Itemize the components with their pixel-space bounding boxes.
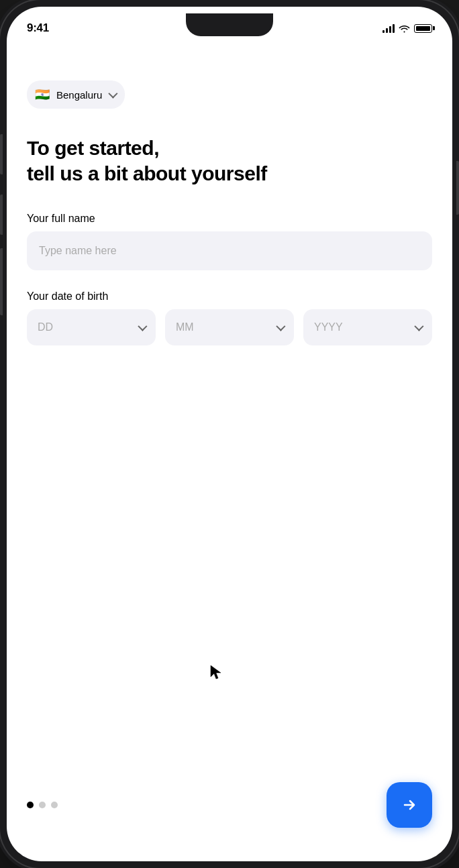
power-button[interactable]: [456, 161, 459, 215]
screen-content: 🇮🇳 Bengaluru To get started, tell us a b…: [7, 40, 452, 861]
full-name-section: Your full name: [27, 213, 432, 270]
month-placeholder: MM: [176, 321, 194, 333]
location-city-label: Bengaluru: [56, 89, 102, 101]
india-flag-icon: 🇮🇳: [34, 86, 51, 103]
pagination-dot-3: [51, 802, 58, 808]
battery-icon: [414, 24, 432, 33]
full-name-label: Your full name: [27, 213, 432, 225]
day-dropdown[interactable]: DD: [27, 309, 156, 345]
day-chevron-icon: [138, 322, 147, 331]
mute-switch[interactable]: [0, 248, 3, 315]
location-picker[interactable]: 🇮🇳 Bengaluru: [27, 80, 125, 109]
month-chevron-icon: [276, 322, 285, 331]
signal-icon: [382, 24, 395, 33]
chevron-down-icon: [109, 89, 118, 99]
volume-down-button[interactable]: [0, 195, 3, 235]
full-name-input[interactable]: [27, 231, 432, 270]
arrow-right-icon: [401, 797, 417, 813]
phone-frame: 9:41: [0, 0, 459, 868]
notch: [186, 13, 273, 36]
month-dropdown[interactable]: MM: [165, 309, 294, 345]
wifi-icon: [399, 24, 410, 33]
spacer: [27, 366, 432, 782]
volume-up-button[interactable]: [0, 134, 3, 174]
pagination-dot-2: [39, 802, 46, 808]
year-dropdown[interactable]: YYYY: [303, 309, 432, 345]
pagination-dots: [27, 802, 58, 808]
year-placeholder: YYYY: [314, 321, 343, 333]
day-placeholder: DD: [38, 321, 53, 333]
year-chevron-icon: [414, 322, 423, 331]
headline-line1: To get started,: [27, 135, 432, 161]
status-time: 9:41: [27, 21, 49, 35]
date-of-birth-label: Your date of birth: [27, 290, 432, 303]
next-button[interactable]: [387, 782, 432, 828]
phone-screen: 9:41: [7, 7, 452, 861]
headline: To get started, tell us a bit about your…: [27, 135, 432, 186]
date-dropdowns: DD MM YYYY: [27, 309, 432, 345]
pagination-dot-1: [27, 802, 34, 808]
headline-line2: tell us a bit about yourself: [27, 161, 432, 186]
date-of-birth-section: Your date of birth DD MM YYYY: [27, 290, 432, 345]
bottom-section: [27, 782, 432, 841]
status-icons: [382, 24, 432, 33]
